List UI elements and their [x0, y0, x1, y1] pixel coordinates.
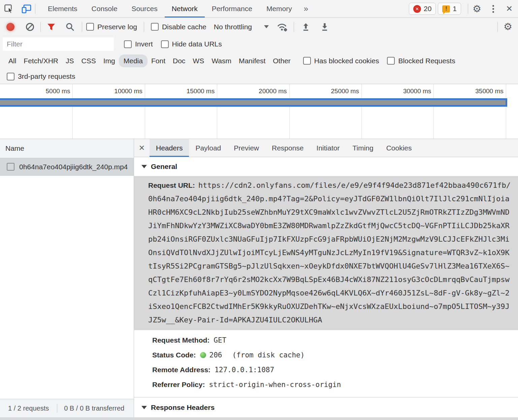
request-row-0h64na7eo404pjiig6dtk-240p-mp4[interactable]: 0h64na7eo404pjiig6dtk_240p.mp4	[0, 158, 134, 176]
record-network-log-button[interactable]	[3, 19, 18, 35]
tick-label: 15000 ms	[145, 84, 217, 98]
search-icon[interactable]	[62, 19, 78, 35]
preserve-log-label: Preserve log	[97, 23, 137, 31]
tab-memory[interactable]: Memory	[259, 0, 299, 18]
request-method-label: Request Method:	[152, 336, 209, 344]
type-filter-all[interactable]: All	[5, 55, 20, 67]
third-party-filter-row: 3rd-party requests	[0, 69, 518, 84]
close-devtools-icon[interactable]: ✕	[500, 0, 518, 18]
warning-count-badge[interactable]: ! 1	[438, 3, 461, 15]
timeline-tick-25000-ms: 25000 ms	[290, 84, 362, 139]
filter-input[interactable]	[3, 37, 114, 51]
tab-network[interactable]: Network	[165, 0, 205, 18]
headers-content: General Request URL:https://cdn2.onlyfan…	[134, 157, 518, 417]
tab-performance[interactable]: Performance	[205, 0, 259, 18]
tab-console[interactable]: Console	[85, 0, 125, 18]
type-filter-wasm[interactable]: Wasm	[208, 55, 235, 67]
preserve-log-control: Preserve log	[86, 23, 137, 31]
device-toolbar-icon[interactable]	[18, 0, 35, 18]
type-filter-js[interactable]: JS	[62, 55, 78, 67]
clipped-content-strip	[0, 417, 518, 420]
type-filter-other[interactable]: Other	[269, 55, 294, 67]
hide-data-urls-checkbox[interactable]	[161, 40, 169, 48]
requests-panel: Name 0h64na7eo404pjiig6dtk_240p.mp4 1 / …	[0, 139, 134, 417]
response-headers-section-header[interactable]: Response Headers	[134, 397, 518, 417]
details-tab-payload[interactable]: Payload	[189, 139, 227, 157]
disclosure-triangle-icon	[141, 406, 147, 409]
request-name: 0h64na7eo404pjiig6dtk_240p.mp4	[19, 163, 130, 171]
error-icon: ✕	[413, 5, 421, 13]
name-column-header[interactable]: Name	[0, 139, 134, 158]
filter-row: Invert Hide data URLs	[0, 36, 518, 53]
hide-data-urls-control: Hide data URLs	[161, 40, 222, 48]
network-conditions-icon[interactable]	[274, 19, 290, 35]
error-count-badge[interactable]: ✕ 20	[409, 3, 436, 15]
throttling-value: No throttling	[214, 23, 252, 31]
tick-label: 5000 ms	[1, 84, 72, 98]
request-url-value: https://cdn2.onlyfans.com/files/e/e9/e9f…	[148, 181, 511, 324]
details-tab-headers[interactable]: Headers	[150, 139, 189, 157]
network-settings-gear-icon[interactable]: ⚙	[498, 19, 518, 35]
type-filter-media[interactable]: Media	[119, 55, 148, 67]
remote-address-value: 127.0.0.1:1087	[215, 366, 274, 374]
has-blocked-cookies-checkbox[interactable]	[303, 57, 311, 65]
general-section-header[interactable]: General	[134, 157, 518, 176]
tab-sources[interactable]: Sources	[125, 0, 165, 18]
status-code-value: 206	[209, 351, 222, 359]
disclosure-triangle-icon	[141, 165, 147, 168]
request-url-row[interactable]: Request URL:https://cdn2.onlyfans.com/fi…	[134, 176, 518, 330]
remote-address-label: Remote Address:	[152, 366, 211, 374]
referrer-policy-label: Referrer Policy:	[152, 381, 205, 389]
export-har-icon[interactable]	[317, 19, 332, 35]
devtools-tabs: ElementsConsoleSourcesNetworkPerformance…	[41, 0, 299, 18]
type-filter-css[interactable]: CSS	[78, 55, 100, 67]
filter-funnel-icon[interactable]	[43, 19, 59, 35]
details-tab-preview[interactable]: Preview	[227, 139, 265, 157]
details-tab-response[interactable]: Response	[265, 139, 310, 157]
divider	[294, 22, 294, 32]
type-filter-fetch-xhr[interactable]: Fetch/XHR	[20, 55, 62, 67]
invert-checkbox[interactable]	[124, 40, 132, 48]
network-status-bar: 1 / 2 requests 0 B / 0 B transferred	[0, 399, 134, 417]
chevron-down-icon	[264, 25, 269, 28]
media-thumbnail-placeholder	[7, 163, 14, 171]
requests-empty-area	[0, 176, 134, 399]
details-tab-cookies[interactable]: Cookies	[380, 139, 418, 157]
throttling-dropdown[interactable]: No throttling	[214, 23, 269, 31]
request-details-panel: ✕ HeadersPayloadPreviewResponseInitiator…	[134, 139, 518, 417]
tab-elements[interactable]: Elements	[41, 0, 85, 18]
general-fields: Request Method: GET Status Code: 206 (fr…	[134, 333, 518, 392]
details-tab-timing[interactable]: Timing	[346, 139, 380, 157]
clear-network-log-icon[interactable]	[22, 19, 38, 35]
type-filter-ws[interactable]: WS	[189, 55, 208, 67]
preserve-log-checkbox[interactable]	[86, 23, 94, 31]
resource-type-filter-row: AllFetch/XHRJSCSSImgMediaFontDocWSWasmMa…	[0, 53, 518, 69]
type-filter-font[interactable]: Font	[148, 55, 169, 67]
settings-gear-icon[interactable]: ⚙	[468, 0, 486, 18]
type-filter-doc[interactable]: Doc	[169, 55, 189, 67]
issue-badges: ✕ 20 ! 1	[409, 3, 461, 15]
has-blocked-cookies-label: Has blocked cookies	[314, 57, 379, 65]
details-tabs: HeadersPayloadPreviewResponseInitiatorTi…	[150, 139, 418, 157]
third-party-checkbox[interactable]	[7, 73, 14, 80]
request-rows: 0h64na7eo404pjiig6dtk_240p.mp4	[0, 158, 134, 176]
close-details-icon[interactable]: ✕	[134, 139, 150, 157]
devtools-window: ElementsConsoleSourcesNetworkPerformance…	[0, 0, 518, 420]
disable-cache-checkbox[interactable]	[151, 23, 159, 31]
type-filter-manifest[interactable]: Manifest	[235, 55, 269, 67]
devtools-tabbar: ElementsConsoleSourcesNetworkPerformance…	[0, 0, 518, 18]
hide-data-urls-label: Hide data URLs	[172, 40, 222, 48]
divider	[144, 22, 144, 32]
network-overview-timeline[interactable]: 5000 ms 10000 ms 15000 ms 20000 ms 25000…	[0, 84, 518, 139]
inspect-element-icon[interactable]	[0, 0, 18, 18]
general-title: General	[151, 163, 177, 171]
more-tabs-icon[interactable]: »	[299, 4, 313, 13]
blocked-requests-checkbox[interactable]	[387, 57, 395, 65]
status-cache-note: (from disk cache)	[232, 351, 304, 359]
type-filter-img[interactable]: Img	[100, 55, 119, 67]
kebab-menu-icon[interactable]	[486, 0, 500, 18]
overview-selection-bar[interactable]	[0, 98, 507, 107]
details-tab-initiator[interactable]: Initiator	[310, 139, 346, 157]
import-har-icon[interactable]	[298, 19, 314, 35]
invert-label: Invert	[135, 40, 153, 48]
